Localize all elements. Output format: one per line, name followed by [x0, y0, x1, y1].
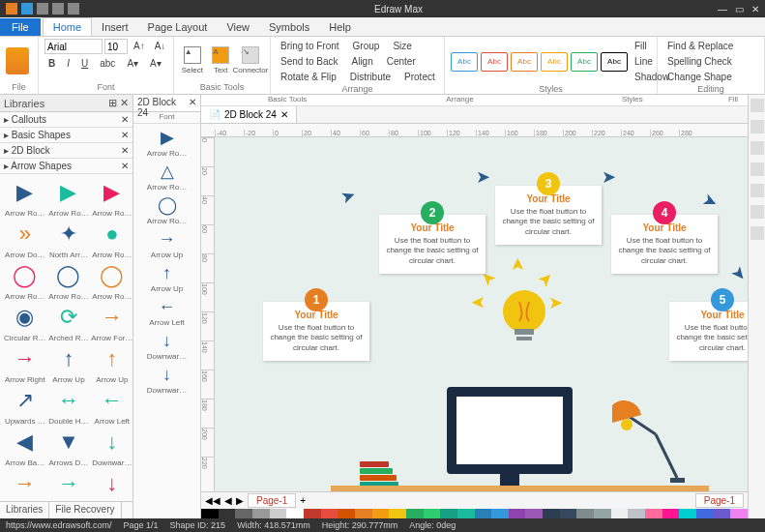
library-shape[interactable]: ◯Arrow Ro…	[48, 261, 90, 301]
library-category[interactable]: ▸ Basic Shapes✕	[0, 128, 132, 143]
library-shape[interactable]: ✦North Arr…	[48, 220, 90, 259]
group-button[interactable]: Group	[349, 39, 384, 53]
page-tab-dup[interactable]: Page-1	[695, 493, 744, 508]
library-shape[interactable]: ←Arrow Left	[91, 386, 132, 426]
secondary-shape[interactable]: ↓Downwar…	[135, 363, 198, 395]
decrease-font-button[interactable]: A↓	[151, 39, 170, 54]
color-swatch[interactable]	[372, 509, 390, 518]
color-swatch[interactable]	[270, 509, 287, 518]
library-shape[interactable]: ↑Arrow Up	[91, 344, 132, 384]
color-swatch[interactable]	[424, 509, 441, 518]
text-tool[interactable]: AText	[209, 44, 234, 78]
style-preset[interactable]: Abc	[481, 52, 508, 72]
drawing-canvas[interactable]: ➤ ➤ ➤ ➤ ➤ ➤ ➤ ➤ ➤ ➤	[215, 137, 748, 491]
font-size-input[interactable]	[104, 39, 128, 54]
library-shape[interactable]: ◉Circular R…	[4, 303, 46, 342]
style-preset[interactable]: Abc	[511, 52, 538, 72]
tab-help[interactable]: Help	[319, 18, 361, 36]
color-swatch[interactable]	[628, 509, 645, 518]
color-swatch[interactable]	[730, 509, 748, 518]
libraries-menu-icon[interactable]: ⊞ ✕	[108, 97, 129, 109]
color-swatch[interactable]	[355, 509, 372, 518]
theme-icon[interactable]	[750, 141, 764, 155]
qat-print-icon[interactable]	[68, 3, 79, 15]
color-swatch[interactable]	[560, 509, 577, 518]
add-page-button[interactable]: +	[300, 495, 306, 506]
paste-icon[interactable]	[6, 47, 29, 74]
color-swatch[interactable]	[509, 509, 526, 518]
secondary-shape[interactable]: △Arrow Ro…	[135, 160, 198, 192]
tab-insert[interactable]: Insert	[92, 18, 138, 36]
document-tab[interactable]: 📄 2D Block 24 ✕	[201, 106, 297, 123]
color-swatch[interactable]	[679, 509, 696, 518]
library-shape[interactable]: →Single Arr…	[48, 469, 90, 501]
spell-check-button[interactable]: Spelling Check	[663, 54, 758, 69]
library-shape[interactable]: →Arrow Right	[4, 344, 46, 384]
library-shape[interactable]: ▶Arrow Ro…	[91, 178, 132, 218]
library-category[interactable]: ▸ 2D Block✕	[0, 143, 132, 159]
color-swatch[interactable]	[321, 509, 338, 518]
layer-icon[interactable]	[750, 120, 764, 133]
page-first-button[interactable]: ◀◀	[205, 495, 221, 506]
color-swatch[interactable]	[696, 509, 714, 518]
library-shape[interactable]: ▶Arrow Ro…	[4, 178, 46, 218]
increase-font-button[interactable]: A↑	[130, 39, 149, 54]
library-shape[interactable]: ↓Downwar…	[91, 428, 132, 467]
page-tab[interactable]: Page-1	[248, 493, 296, 508]
style-preset[interactable]: Abc	[601, 52, 628, 72]
strike-button[interactable]: abc	[96, 56, 119, 71]
bold-button[interactable]: B	[44, 56, 59, 71]
library-shape[interactable]: ⟳Arched R…	[48, 303, 90, 342]
align-button[interactable]: Align	[347, 54, 376, 69]
page-prev-button[interactable]: ◀	[224, 495, 232, 506]
info-card[interactable]: 4Your TitleUse the float button to chang…	[611, 215, 718, 274]
style-preset[interactable]: Abc	[451, 52, 478, 72]
italic-button[interactable]: I	[63, 56, 74, 71]
color-swatch[interactable]	[662, 509, 680, 518]
distribute-button[interactable]: Distribute	[346, 70, 395, 84]
library-shape[interactable]: ↗Upwards …	[4, 386, 46, 426]
maximize-button[interactable]: ▭	[735, 4, 744, 15]
info-card[interactable]: 5Your TitleUse the float button to chang…	[669, 302, 748, 361]
color-swatch[interactable]	[645, 509, 662, 518]
library-shape[interactable]: ▼Arrows D…	[48, 428, 90, 467]
sec-close-icon[interactable]: ✕	[189, 97, 196, 109]
color-swatch[interactable]	[389, 509, 406, 518]
highlight-button[interactable]: A▾	[123, 56, 142, 71]
doc-close-icon[interactable]: ✕	[280, 109, 288, 120]
minimize-button[interactable]: —	[718, 4, 727, 15]
color-swatch[interactable]	[543, 509, 560, 518]
library-shape[interactable]: ▶Arrow Ro…	[48, 178, 90, 218]
library-shape[interactable]: »Arrow Do…	[4, 220, 46, 259]
info-card[interactable]: 2Your TitleUse the float button to chang…	[379, 215, 485, 274]
qat-save-icon[interactable]	[21, 3, 33, 15]
tab-file[interactable]: File	[0, 18, 41, 36]
color-swatch[interactable]	[235, 509, 252, 518]
library-shape[interactable]: ◀Arrow Ba…	[4, 428, 46, 467]
connector-tool[interactable]: ↘Connector	[237, 44, 264, 78]
color-swatch[interactable]	[201, 509, 219, 518]
qat-undo-icon[interactable]	[37, 3, 48, 15]
color-swatch[interactable]	[475, 509, 492, 518]
tab-home[interactable]: Home	[43, 17, 92, 36]
style-preset[interactable]: Abc	[541, 52, 568, 72]
secondary-shape[interactable]: ↓Downwar…	[135, 329, 198, 361]
color-swatch[interactable]	[286, 509, 304, 518]
secondary-shape[interactable]: ←Arrow Left	[135, 295, 198, 327]
qat-redo-icon[interactable]	[52, 3, 64, 15]
info-card[interactable]: 1Your TitleUse the float button to chang…	[263, 302, 369, 361]
comment-icon[interactable]	[750, 163, 764, 176]
sec-doc-tab[interactable]: 2D Block 24	[137, 97, 189, 109]
color-swatch[interactable]	[457, 509, 475, 518]
tab-view[interactable]: View	[217, 18, 259, 36]
library-shape[interactable]: ●Arrow Ro…	[91, 220, 132, 259]
tab-page-layout[interactable]: Page Layout	[138, 18, 218, 36]
color-swatch[interactable]	[594, 509, 611, 518]
change-shape-button[interactable]: Change Shape	[663, 70, 758, 84]
tab-symbols[interactable]: Symbols	[259, 18, 319, 36]
color-swatch[interactable]	[611, 509, 629, 518]
page-next-button[interactable]: ▶	[236, 495, 244, 506]
library-shape[interactable]: ↔Double H…	[48, 386, 90, 426]
find-replace-button[interactable]: Find & Replace	[663, 39, 758, 53]
underline-button[interactable]: U	[77, 56, 92, 71]
